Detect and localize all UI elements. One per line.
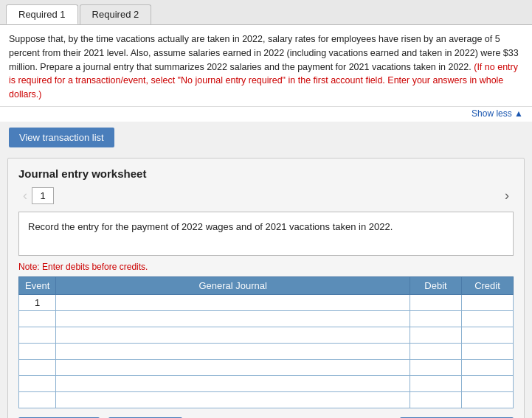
table-row xyxy=(19,327,514,343)
credit-input[interactable] xyxy=(465,330,510,341)
credit-input[interactable] xyxy=(465,394,510,405)
general-journal-cell[interactable] xyxy=(56,375,410,391)
credit-cell[interactable] xyxy=(462,391,514,408)
general-journal-cell[interactable] xyxy=(56,310,410,327)
debit-input[interactable] xyxy=(413,362,458,373)
tabs-bar: Required 1 Required 2 xyxy=(0,0,532,25)
show-less-link[interactable]: Show less xyxy=(0,107,532,122)
general-journal-input[interactable] xyxy=(59,297,407,308)
debit-cell[interactable] xyxy=(410,343,462,359)
debit-cell[interactable] xyxy=(410,294,462,310)
general-journal-input[interactable] xyxy=(59,394,407,405)
credit-input[interactable] xyxy=(465,346,510,357)
view-transaction-btn-wrapper: View transaction list xyxy=(9,128,114,147)
journal-card: Journal entry worksheet ‹ 1 › Record the… xyxy=(7,158,525,418)
credit-cell[interactable] xyxy=(462,310,514,327)
table-row xyxy=(19,391,514,408)
col-header-credit: Credit xyxy=(462,276,514,294)
col-header-debit: Debit xyxy=(410,276,462,294)
general-journal-input[interactable] xyxy=(59,313,407,324)
event-cell xyxy=(19,375,56,391)
journal-table: Event General Journal Debit Credit 1 xyxy=(18,276,514,408)
general-journal-cell[interactable] xyxy=(56,327,410,343)
col-header-general-journal: General Journal xyxy=(56,276,410,294)
debit-input[interactable] xyxy=(413,330,458,341)
note-text: Note: Enter debits before credits. xyxy=(18,262,514,272)
event-cell xyxy=(19,343,56,359)
col-header-event: Event xyxy=(19,276,56,294)
debit-input[interactable] xyxy=(413,394,458,405)
general-journal-cell[interactable] xyxy=(56,294,410,310)
general-journal-cell[interactable] xyxy=(56,359,410,375)
general-journal-cell[interactable] xyxy=(56,343,410,359)
prev-arrow[interactable]: ‹ xyxy=(18,188,32,203)
description-main-text: Suppose that, by the time vacations actu… xyxy=(9,34,519,72)
journal-title: Journal entry worksheet xyxy=(18,167,514,180)
credit-cell[interactable] xyxy=(462,343,514,359)
view-transaction-list-button[interactable]: View transaction list xyxy=(9,128,114,147)
debit-input[interactable] xyxy=(413,313,458,324)
credit-input[interactable] xyxy=(465,297,510,308)
table-row xyxy=(19,375,514,391)
general-journal-cell[interactable] xyxy=(56,391,410,408)
debit-cell[interactable] xyxy=(410,375,462,391)
debit-cell[interactable] xyxy=(410,359,462,375)
debit-cell[interactable] xyxy=(410,310,462,327)
event-cell xyxy=(19,359,56,375)
table-row xyxy=(19,343,514,359)
credit-cell[interactable] xyxy=(462,375,514,391)
credit-input[interactable] xyxy=(465,378,510,389)
description-area: Suppose that, by the time vacations actu… xyxy=(0,25,532,107)
debit-cell[interactable] xyxy=(410,327,462,343)
credit-input[interactable] xyxy=(465,362,510,373)
debit-cell[interactable] xyxy=(410,391,462,408)
debit-input[interactable] xyxy=(413,378,458,389)
entry-description-box: Record the entry for the payment of 2022… xyxy=(18,212,514,256)
next-arrow[interactable]: › xyxy=(500,188,514,203)
nav-row: ‹ 1 › xyxy=(18,187,514,204)
general-journal-input[interactable] xyxy=(59,346,407,357)
debit-input[interactable] xyxy=(413,297,458,308)
entry-description-text: Record the entry for the payment of 2022… xyxy=(28,221,393,232)
tab-required-1[interactable]: Required 1 xyxy=(6,4,78,24)
event-cell xyxy=(19,391,56,408)
credit-input[interactable] xyxy=(465,313,510,324)
event-cell: 1 xyxy=(19,294,56,310)
page-number-box: 1 xyxy=(32,187,54,204)
general-journal-input[interactable] xyxy=(59,378,407,389)
tab-required-2[interactable]: Required 2 xyxy=(80,4,152,24)
credit-cell[interactable] xyxy=(462,359,514,375)
table-row xyxy=(19,310,514,327)
debit-input[interactable] xyxy=(413,346,458,357)
credit-cell[interactable] xyxy=(462,294,514,310)
credit-cell[interactable] xyxy=(462,327,514,343)
event-cell xyxy=(19,327,56,343)
table-row: 1 xyxy=(19,294,514,310)
table-row xyxy=(19,359,514,375)
general-journal-input[interactable] xyxy=(59,330,407,341)
general-journal-input[interactable] xyxy=(59,362,407,373)
event-cell xyxy=(19,310,56,327)
